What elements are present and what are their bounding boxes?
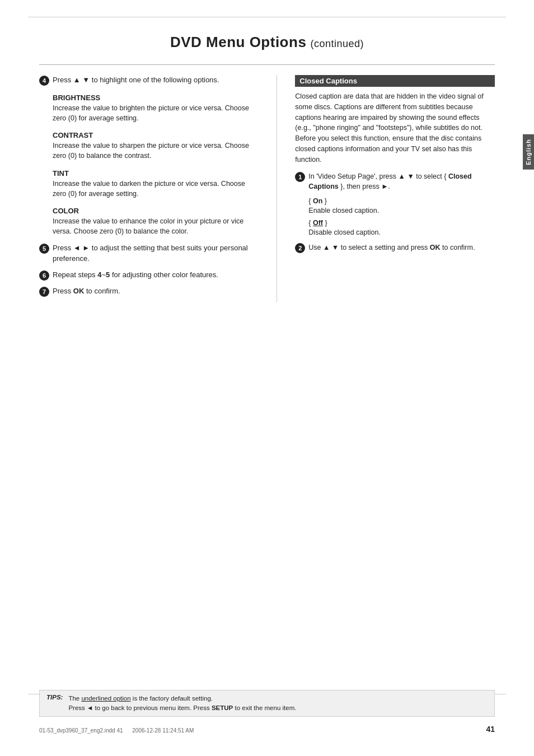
title-sub: (continued) [311, 38, 364, 49]
step-7: 7 Press OK to confirm. [39, 286, 259, 297]
step-7-num: 7 [39, 287, 49, 297]
r-step-1: 1 In 'Video Setup Page', press ▲ ▼ to se… [295, 171, 495, 192]
brightness-body: Increase the value to brighten the pictu… [53, 103, 259, 123]
page-number: 41 [486, 725, 495, 734]
r-step-1-text: In 'Video Setup Page', press ▲ ▼ to sele… [308, 171, 495, 192]
step-4-text: Press ▲ ▼ to highlight one of the follow… [53, 75, 259, 86]
step-6: 6 Repeat steps 4~5 for adjusting other c… [39, 270, 259, 281]
tips-label: TIPS: [46, 694, 63, 701]
tips-line2: Press ◄ to go back to previous menu item… [68, 703, 296, 713]
option-on-desc: Enable closed caption. [308, 207, 379, 214]
step-5-num: 5 [39, 244, 49, 254]
option-off-label: { Off } [308, 219, 327, 227]
step-5-text: Press ◄ ► to adjust the setting that bes… [53, 243, 259, 264]
tips-bar: TIPS: The underlined option is the facto… [39, 690, 495, 717]
tips-content: The underlined option is the factory def… [68, 694, 296, 713]
option-off: { Off } Disable closed caption. [308, 218, 495, 238]
brightness-header: BRIGHTNESS [53, 94, 259, 102]
cc-body: Closed caption are data that are hidden … [295, 91, 495, 165]
step-7-text: Press OK to confirm. [53, 286, 259, 297]
title-divider [39, 64, 495, 65]
title-main: DVD Menu Options [170, 34, 306, 50]
option-off-desc: Disable closed caption. [308, 228, 381, 236]
color-header: COLOR [53, 207, 259, 215]
col-divider [277, 75, 277, 302]
footer-file: 01-53_dvp3960_37_eng2.indd 41 2006-12-28… [39, 727, 194, 734]
step-4: 4 Press ▲ ▼ to highlight one of the foll… [39, 75, 259, 86]
step-6-num: 6 [39, 270, 49, 281]
page-title: DVD Menu Options (continued) [39, 34, 495, 51]
option-on: { On } Enable closed caption. [308, 197, 495, 216]
tint-header: TINT [53, 169, 259, 178]
step-4-num: 4 [39, 76, 49, 86]
tips-line1: The underlined option is the factory def… [68, 694, 296, 703]
step-5: 5 Press ◄ ► to adjust the setting that b… [39, 243, 259, 264]
border-top [28, 17, 506, 17]
r-step-2-text: Use ▲ ▼ to select a setting and press OK… [308, 242, 495, 253]
contrast-body: Increase the value to sharpen the pictur… [53, 141, 259, 161]
step-6-text: Repeat steps 4~5 for adjusting other col… [53, 270, 259, 281]
cc-header: Closed Captions [295, 75, 495, 87]
r-step-2: 2 Use ▲ ▼ to select a setting and press … [295, 242, 495, 253]
left-column: 4 Press ▲ ▼ to highlight one of the foll… [39, 75, 259, 302]
tint-body: Increase the value to darken the picture… [53, 179, 259, 199]
option-on-label: { On } [308, 197, 327, 205]
contrast-header: CONTRAST [53, 131, 259, 139]
right-column: Closed Captions Closed caption are data … [295, 75, 495, 302]
color-body: Increase the value to enhance the color … [53, 216, 259, 236]
two-col-layout: 4 Press ▲ ▼ to highlight one of the foll… [39, 75, 495, 302]
r-step-1-num: 1 [295, 172, 305, 182]
r-step-2-num: 2 [295, 243, 305, 253]
english-tab: English [523, 134, 534, 170]
page-container: English DVD Menu Options (continued) 4 P… [0, 0, 534, 756]
